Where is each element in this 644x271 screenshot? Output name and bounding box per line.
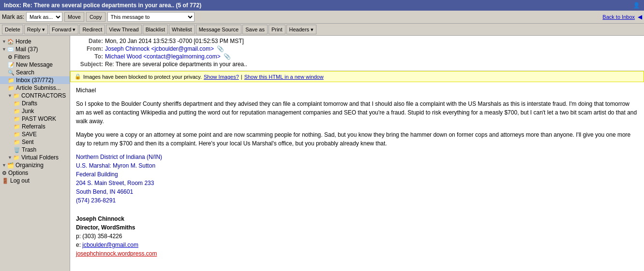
address-line1: U.S. Marshal: Myron M. Sutton	[76, 161, 638, 170]
signature: Joseph Chinnock Director, WordSmiths p: …	[76, 214, 638, 258]
sidebar-item-past-work[interactable]: 📁 PAST WORK	[0, 115, 70, 123]
date-value: Mon, 20 Jan 2014 13:52:53 -0700 [01:52:5…	[105, 38, 244, 44]
address-line3: 204 S. Main Street, Room 233	[76, 179, 638, 187]
sidebar-label-mail: Mail (37)	[15, 46, 38, 53]
mail-icon: ✉️	[7, 46, 14, 53]
contractors-icon: 📁	[13, 93, 20, 99]
sidebar-item-referrals[interactable]: 📁 Referrals	[0, 123, 70, 130]
sig-email: e: jcboulder@gmail.com	[76, 241, 638, 249]
sent-icon: 📁	[14, 139, 20, 145]
subject-label: Subject:	[74, 61, 103, 68]
view-thread-button[interactable]: View Thread	[106, 25, 141, 34]
options-icon: ⚙	[2, 170, 7, 176]
expand-icon: ▼	[2, 163, 6, 168]
sidebar-item-horde[interactable]: ▼ 🏠 Horde	[0, 38, 70, 45]
sidebar-label-organizing: Organizing	[15, 162, 44, 169]
filters-icon: ⚙	[8, 54, 13, 60]
from-link[interactable]: Joseph Chinnock <jcboulder@gmail.com>	[105, 45, 214, 52]
sidebar-item-organizing[interactable]: ▼ 🗂️ Organizing	[0, 161, 70, 169]
to-label: To:	[74, 53, 103, 60]
sidebar-item-virtual-folders[interactable]: ▼ 📁 Virtual Folders	[0, 154, 70, 161]
address-phone: (574) 236-8291	[76, 196, 638, 205]
logout-icon: 🚪	[2, 178, 9, 184]
address-block: Northern District of Indiana (N/IN) U.S.…	[76, 153, 638, 205]
mark-as-select[interactable]: Mark as... Read Unread Flagged	[26, 12, 62, 22]
whitelist-button[interactable]: Whitelist	[169, 25, 195, 34]
expand-icon: ▼	[8, 93, 12, 98]
forward-button[interactable]: Forward	[49, 25, 78, 34]
sidebar-item-trash[interactable]: 🗑️ Trash	[0, 146, 70, 154]
move-button[interactable]: Move	[64, 12, 84, 22]
sidebar-item-junk[interactable]: 📁 Junk	[0, 107, 70, 115]
horde-icon: 🏠	[7, 39, 14, 45]
organizing-icon: 🗂️	[7, 162, 14, 169]
copy-button[interactable]: Copy	[86, 12, 105, 22]
show-images-link[interactable]: Show Images?	[204, 74, 239, 80]
message-headers: Date: Mon, 20 Jan 2014 13:52:53 -0700 [0…	[70, 36, 644, 71]
sidebar-label-referrals: Referrals	[22, 123, 45, 130]
headers-button[interactable]: Headers	[286, 25, 317, 34]
sidebar-label-search: Search	[16, 69, 34, 76]
sig-phone: p: (303) 358-4226	[76, 232, 638, 241]
sidebar-item-sent[interactable]: 📁 Sent	[0, 138, 70, 146]
inbox-icon: 📁	[8, 77, 15, 84]
virtual-folders-icon: 📁	[13, 155, 20, 161]
sidebar-item-contractors[interactable]: ▼ 📁 CONTRACTORS	[0, 92, 70, 100]
privacy-separator: |	[241, 74, 242, 80]
back-to-inbox-link[interactable]: Back to Inbox	[602, 14, 635, 20]
to-value: Michael Wood <contact@legalmorning.com> …	[105, 53, 231, 60]
mark-as-label: Mark as:	[2, 14, 24, 20]
sig-email-prefix: e:	[76, 242, 82, 248]
junk-icon: 📁	[14, 108, 20, 114]
show-html-link[interactable]: Show this HTML in a new window	[244, 74, 324, 80]
title-icon: 👤	[633, 2, 640, 9]
search-icon: 🔍	[8, 70, 15, 76]
sidebar-item-filters[interactable]: ⚙ Filters	[0, 53, 70, 61]
article-icon: 📁	[8, 85, 15, 91]
blacklist-button[interactable]: Blacklist	[143, 25, 168, 34]
sig-email-link[interactable]: jcboulder@gmail.com	[82, 242, 138, 248]
to-link[interactable]: Michael Wood <contact@legalmorning.com>	[105, 53, 221, 60]
sidebar-item-article[interactable]: 📁 Article Submiss...	[0, 84, 70, 92]
reply-button[interactable]: Reply	[24, 25, 48, 34]
sidebar-label-inbox: Inbox (37/772)	[16, 77, 53, 84]
sidebar-label-trash: Trash	[22, 146, 36, 153]
message-to-select[interactable]: This message to	[107, 12, 195, 22]
sig-website: josephchinnock.wordpress.com	[76, 249, 638, 258]
sidebar-label-logout: Log out	[10, 177, 30, 184]
expand-icon: ▼	[8, 155, 12, 160]
sig-website-link[interactable]: josephchinnock.wordpress.com	[76, 250, 157, 257]
to-icon: 📎	[224, 53, 231, 60]
toolbar2: Delete Reply Forward Redirect View Threa…	[0, 24, 644, 36]
from-label: From:	[74, 45, 103, 52]
address-title: Northern District of Indiana (N/IN)	[76, 153, 638, 161]
from-value: Joseph Chinnock <jcboulder@gmail.com> 📎	[105, 45, 224, 52]
sidebar-item-drafts[interactable]: 📁 Drafts	[0, 100, 70, 107]
save-as-button[interactable]: Save as	[242, 25, 268, 34]
sidebar-label-junk: Junk	[22, 108, 34, 114]
from-row: From: Joseph Chinnock <jcboulder@gmail.c…	[74, 45, 640, 52]
sidebar-label-horde: Horde	[15, 38, 31, 45]
sidebar-label-options: Options	[8, 170, 28, 176]
sidebar-item-options[interactable]: ⚙ Options	[0, 169, 70, 177]
sig-name: Joseph Chinnock	[76, 214, 638, 223]
sig-title: Director, WordSmiths	[76, 223, 638, 232]
sidebar-item-save[interactable]: 📁 SAVE	[0, 130, 70, 138]
sidebar-item-new-message[interactable]: 📝 New Message	[0, 61, 70, 69]
content-area: Date: Mon, 20 Jan 2014 13:52:53 -0700 [0…	[70, 36, 644, 271]
sidebar-label-virtual-folders: Virtual Folders	[21, 154, 59, 161]
print-button[interactable]: Print	[269, 25, 285, 34]
trash-icon: 🗑️	[14, 147, 20, 153]
sidebar-item-search[interactable]: 🔍 Search	[0, 69, 70, 76]
address-line4: South Bend, IN 46601	[76, 187, 638, 196]
back-arrow-icon: ◀	[638, 14, 642, 20]
title-bar: Inbox: Re: There are several police depa…	[0, 0, 644, 11]
sidebar-item-logout[interactable]: 🚪 Log out	[0, 177, 70, 185]
sidebar-item-inbox[interactable]: 📁 Inbox (37/772)	[0, 76, 70, 84]
redirect-button[interactable]: Redirect	[79, 25, 105, 34]
sidebar-item-mail[interactable]: ▼ ✉️ Mail (37)	[0, 45, 70, 53]
sidebar-label-past-work: PAST WORK	[22, 115, 56, 122]
message-source-button[interactable]: Message Source	[196, 25, 242, 34]
paragraph1: So I spoke to the Boulder County sheriff…	[76, 100, 638, 126]
delete-button[interactable]: Delete	[2, 25, 23, 34]
